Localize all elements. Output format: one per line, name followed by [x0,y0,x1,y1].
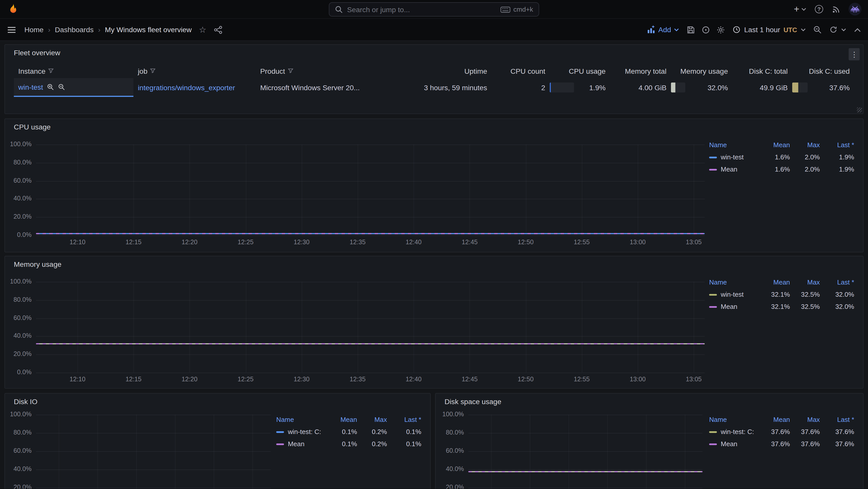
v-gridline [582,282,582,372]
new-menu-button[interactable]: + [794,4,806,14]
x-axis-label: 12:10 [64,376,91,383]
column-header-disk-used[interactable]: Disk C: used [792,67,854,75]
column-header-job[interactable]: job [133,67,256,75]
y-axis-label: 80.0% [436,429,464,435]
column-header-uptime[interactable]: Uptime [389,67,492,75]
y-axis-label: 100.0% [5,411,32,417]
column-header-instance[interactable]: Instance [14,67,133,75]
y-axis-label: 60.0% [5,447,32,454]
panel-title[interactable]: Fleet overview [14,49,60,57]
breadcrumb-current-dashboard: My Windows fleet overview [105,26,192,34]
grafana-logo[interactable] [7,3,19,15]
breadcrumb: Home › Dashboards › My Windows fleet ove… [24,26,191,34]
v-gridline [358,282,358,372]
legend-header: Name Mean Max Last * [709,414,854,426]
disk-io-legend: Name Mean Max Last * win-test: C: 0.1% 0… [276,414,421,450]
legend-series-mean[interactable]: Mean [709,303,759,311]
legend-series-win-test[interactable]: win-test [709,153,759,161]
disk-used-cell: 37.6% [792,78,854,97]
disk-total-cell: 49.9 GiB [733,78,792,97]
filter-icon[interactable] [48,68,54,74]
series-swatch [709,306,717,308]
legend-header: Name Mean Max Last * [709,139,854,151]
add-panel-button[interactable]: Add [647,26,680,34]
v-gridline [470,145,470,235]
x-axis-label: 12:20 [176,376,203,383]
breadcrumb-separator: › [48,26,50,34]
y-axis-label: 20.0% [5,484,32,489]
panel-resize-handle[interactable] [857,108,862,113]
x-axis-label: 12:40 [400,376,427,383]
v-gridline [414,282,414,372]
instance-link[interactable]: win-test [18,83,43,91]
user-avatar[interactable] [849,3,861,16]
column-header-cpu-usage[interactable]: CPU usage [550,67,610,75]
x-axis-label: 12:50 [512,376,539,383]
v-gridline [214,415,214,489]
legend-series-win-test[interactable]: win-test [709,291,759,299]
column-header-product[interactable]: Product [256,67,389,75]
job-link[interactable]: integrations/windows_exporter [138,83,235,92]
dashboard-insights-button[interactable] [702,25,710,34]
panel-disk-io: Disk IO 100.0%80.0%60.0%40.0%20.0% Name … [4,393,430,489]
v-gridline [607,415,608,489]
h-gridline [468,451,702,452]
v-gridline [252,415,253,489]
y-axis-label: 60.0% [436,447,464,454]
legend-row: Mean 32.1% 32.5% 32.0% [709,301,854,313]
legend-series-mean[interactable]: Mean [709,440,759,448]
time-range-picker[interactable]: Last 1 hour UTC [733,26,806,34]
legend-header: Name Mean Max Last * [276,414,421,426]
breadcrumb-dashboards[interactable]: Dashboards [55,26,93,34]
x-axis-label: 12:30 [288,239,315,245]
legend-series-mean[interactable]: Mean [709,165,759,173]
save-dashboard-button[interactable] [687,25,695,34]
refresh-interval-caret[interactable] [841,27,846,32]
legend-series-win-test-c[interactable]: win-test: C: [709,428,759,436]
cpu-usage-gauge [550,83,574,92]
search-input[interactable] [347,5,496,14]
filter-icon[interactable] [288,68,293,74]
legend-series-win-test-c[interactable]: win-test: C: [276,428,326,436]
x-axis-label: 13:05 [680,239,708,245]
zoom-out-icon[interactable] [58,83,65,90]
favorite-star-button[interactable]: ☆ [199,26,206,34]
news-button[interactable] [832,5,840,14]
legend-row: win-test: C: 0.1% 0.2% 0.1% [276,426,421,438]
refresh-button[interactable] [829,26,838,34]
breadcrumb-home[interactable]: Home [24,26,43,34]
chevron-down-icon [800,27,806,32]
v-gridline [78,282,78,372]
collapse-toolbar-button[interactable] [854,27,861,32]
panel-memory-usage: Memory usage 100.0%80.0%60.0%40.0%20.0%0… [4,256,863,389]
legend-row: win-test: C: 37.6% 37.6% 37.6% [709,426,854,438]
fleet-table-row: win-test integrations/windows_exporter M… [14,78,854,97]
share-button[interactable] [214,25,222,34]
column-header-memory-usage[interactable]: Memory usage [671,67,733,75]
search-input-box[interactable]: cmd+k [329,2,539,17]
dashboard-settings-button[interactable] [716,25,725,34]
v-gridline [694,145,694,235]
zoom-out-time-button[interactable] [813,25,822,34]
filter-icon[interactable] [150,68,156,74]
series-swatch [709,443,717,445]
legend-row: Mean 0.1% 0.2% 0.1% [276,438,421,450]
v-gridline [694,282,694,372]
v-gridline [175,415,175,489]
panel-menu-button[interactable]: ⋮ [849,48,860,60]
column-header-memory-total[interactable]: Memory total [610,67,671,75]
clock-icon [733,26,741,34]
column-header-disk-total[interactable]: Disk C: total [733,67,792,75]
v-gridline [59,415,59,489]
series-swatch [709,169,717,170]
legend-series-mean[interactable]: Mean [276,440,326,448]
zoom-in-icon[interactable] [47,83,54,90]
v-gridline [568,415,569,489]
y-axis-label: 0.0% [5,231,32,238]
column-header-cpu-count[interactable]: CPU count [492,67,550,75]
instance-cell[interactable]: win-test [14,78,133,97]
help-button[interactable]: ? [815,5,823,13]
search-icon [335,6,343,13]
series-swatch [276,443,284,445]
mega-menu-toggle[interactable] [7,25,17,34]
